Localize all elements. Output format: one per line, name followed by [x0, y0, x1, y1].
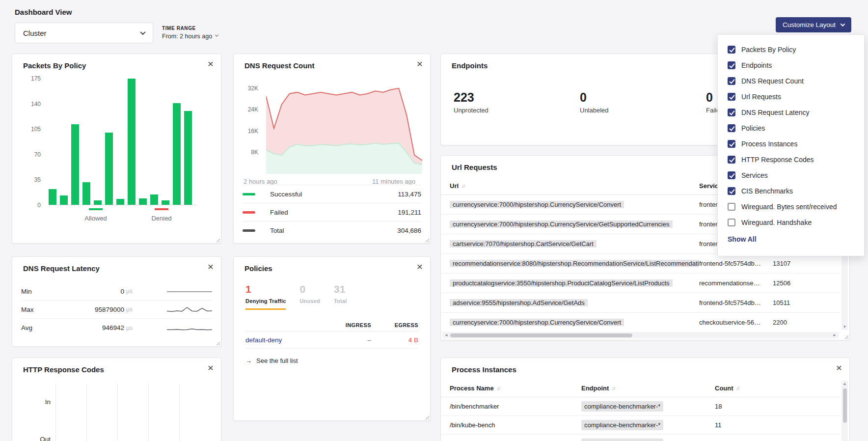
view-selector[interactable]: Cluster	[15, 23, 153, 43]
url-cell: recommendationservice:8080/hipstershop.R…	[450, 260, 699, 267]
endpoint-column-header[interactable]: Endpoint ↓↑	[581, 385, 715, 392]
resize-handle[interactable]	[424, 237, 429, 242]
customize-menu-item[interactable]: Packets By Policy	[728, 42, 854, 57]
scroll-right-icon[interactable]: ►	[833, 333, 837, 337]
customize-menu-item[interactable]: CIS Benchmarks	[728, 183, 854, 199]
latency-row: Avg 946942 μs	[21, 319, 212, 337]
customize-menu-item[interactable]: Wireguard. Handshake	[728, 215, 854, 230]
checkbox[interactable]	[728, 203, 735, 211]
resize-handle[interactable]	[843, 333, 848, 339]
customize-layout-button[interactable]: Customize Layout	[776, 17, 851, 32]
bar	[128, 79, 136, 205]
see-full-list-link[interactable]: →See the full list	[245, 357, 298, 364]
scroll-up-icon[interactable]: ▲	[841, 382, 848, 386]
process-instance-row[interactable]: /bin/benchmarker compliance-benchmarker-…	[441, 397, 841, 416]
customize-menu-item[interactable]: DNS Request Latency	[728, 105, 854, 120]
customize-menu-item[interactable]: Endpoints	[728, 57, 854, 73]
scrollbar-thumb[interactable]	[450, 333, 632, 337]
process-name-column-header[interactable]: Process Name ↓↑	[450, 385, 581, 392]
scroll-left-icon[interactable]: ◄	[444, 333, 448, 337]
vertical-scrollbar[interactable]: ▲ ▼	[841, 381, 848, 441]
close-icon[interactable]: ×	[836, 362, 842, 373]
resize-handle[interactable]	[424, 414, 429, 419]
customize-menu-item[interactable]: Services	[728, 167, 854, 183]
url-request-row[interactable]: currencyservice:7000/hipstershop.Currenc…	[441, 313, 841, 332]
count-column-header[interactable]: Count ↓↑	[715, 385, 774, 392]
scrollbar-thumb[interactable]	[843, 388, 847, 423]
checkbox[interactable]	[728, 93, 735, 101]
legend-row: Failed 191,211	[243, 203, 421, 221]
customize-menu-item-label: HTTP Response Codes	[741, 156, 814, 164]
count-cell: 18	[715, 403, 774, 410]
legend-label: Failed	[270, 209, 288, 216]
sort-icon: ↓↑	[461, 183, 464, 189]
checkbox[interactable]	[728, 171, 735, 179]
customize-menu-item-label: Url Requests	[741, 93, 781, 101]
policy-name-link[interactable]: default-deny	[245, 336, 326, 344]
denying-traffic-tab[interactable]: 1 Denying Traffic	[245, 283, 286, 310]
customize-menu-item-label: DNS Request Count	[741, 77, 804, 85]
url-cell: productcatalogservice:3550/hipstershop.P…	[450, 279, 699, 287]
process-instance-row[interactable]: /bin/kube-bench compliance-benchmarker-*…	[441, 416, 841, 435]
checkbox[interactable]	[728, 187, 735, 195]
customize-menu-item-label: Wireguard. Bytes sent/received	[741, 203, 837, 211]
close-icon[interactable]: ×	[208, 58, 214, 69]
show-all-link[interactable]: Show All	[728, 235, 757, 243]
customize-menu-item[interactable]: DNS Request Count	[728, 73, 854, 89]
checkbox[interactable]	[728, 77, 735, 85]
url-request-row[interactable]: recommendationservice:8080/hipstershop.R…	[441, 254, 841, 274]
url-cell: adservice:9555/hipstershop.AdService/Get…	[450, 299, 699, 306]
close-icon[interactable]: ×	[208, 362, 214, 373]
close-icon[interactable]: ×	[417, 261, 423, 272]
table-header: Process Name ↓↑ Endpoint ↓↑ Count ↓↑	[441, 380, 841, 397]
policies-table: INGRESS EGRESS default-deny – 4 B	[245, 319, 418, 349]
url-value: adservice:9555/hipstershop.AdService/Get…	[450, 299, 588, 306]
scroll-down-icon[interactable]: ▼	[841, 325, 848, 329]
stat-label: Unlabeled	[580, 107, 706, 114]
y-tick-label: 140	[31, 101, 41, 108]
horizontal-scrollbar[interactable]: ◄ ►	[442, 332, 839, 338]
card-title: Policies	[244, 264, 272, 273]
checkbox[interactable]	[728, 124, 735, 132]
checkbox[interactable]	[728, 140, 735, 148]
url-request-row[interactable]: adservice:9555/hipstershop.AdService/Get…	[441, 293, 841, 313]
resize-handle[interactable]	[215, 340, 220, 345]
url-cell: currencyservice:7000/hipstershop.Currenc…	[450, 201, 699, 208]
process-instance-row[interactable]: benchmarker compliance-benchmarker-* 9	[441, 435, 841, 441]
chevron-down-icon	[841, 22, 845, 27]
close-icon[interactable]: ×	[208, 261, 214, 272]
url-request-row[interactable]: productcatalogservice:3550/hipstershop.P…	[441, 274, 841, 293]
customize-menu-item[interactable]: Wireguard. Bytes sent/received	[728, 199, 854, 215]
stat-value: 223	[454, 90, 580, 105]
endpoint-column-label: Endpoint	[581, 385, 609, 392]
url-column-header[interactable]: Url ↓↑	[450, 182, 699, 190]
bar	[139, 198, 147, 205]
resize-handle[interactable]	[215, 237, 220, 242]
total-tab[interactable]: 31 Total	[334, 283, 347, 310]
latency-stat-label: Min	[21, 288, 55, 295]
checkbox[interactable]	[728, 219, 735, 226]
customize-menu-item[interactable]: Url Requests	[728, 89, 854, 105]
close-icon[interactable]: ×	[417, 58, 423, 69]
checkbox[interactable]	[728, 109, 735, 116]
time-range: TIME RANGE From: 2 hours ago	[162, 26, 218, 40]
checkbox[interactable]	[728, 156, 735, 164]
allowed-marker	[89, 208, 103, 210]
customize-menu-item[interactable]: Policies	[728, 120, 854, 136]
customize-menu-item[interactable]: Process Instances	[728, 136, 854, 152]
y-axis-labels: 8K16K24K32K	[242, 78, 262, 174]
checkbox[interactable]	[728, 46, 735, 54]
legend-label: Successful	[270, 191, 302, 198]
page-title: Dashboard View	[15, 8, 72, 16]
process-instances-card: Process Instances × Process Name ↓↑ Endp…	[440, 358, 850, 441]
legend-swatch	[243, 211, 255, 214]
checkbox[interactable]	[728, 61, 735, 69]
table-header: INGRESS EGRESS	[245, 319, 418, 331]
time-range-value[interactable]: From: 2 hours ago	[162, 33, 218, 40]
url-value: cartservice:7070/hipstershop.CartService…	[450, 240, 597, 248]
menu-items: Packets By Policy Endpoints DNS Request …	[728, 42, 854, 230]
customize-menu-item[interactable]: HTTP Response Codes	[728, 152, 854, 167]
unused-tab[interactable]: 0 Unused	[299, 283, 320, 310]
endpoint-value: compliance-benchmarker-*	[581, 401, 663, 412]
latency-row: Min 0 μs	[21, 282, 212, 301]
